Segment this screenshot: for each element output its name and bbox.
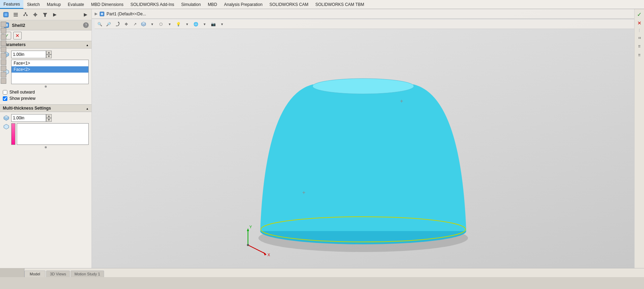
left-side-btn-4[interactable] (1, 40, 6, 46)
thickness-up-btn[interactable]: ▲ (46, 51, 52, 54)
panel-arrow-icon[interactable]: ▶ (81, 10, 90, 19)
right-accept-button[interactable]: ✓ (636, 10, 643, 18)
feature-panel: Shell2 ? ✓ ✕ Parameters (0, 20, 92, 268)
parameters-collapse-icon (86, 42, 89, 47)
menu-markup[interactable]: Markup (43, 0, 64, 9)
vp-zoom-icon[interactable]: 🔎 (105, 20, 112, 28)
menu-sketch[interactable]: Sketch (23, 0, 43, 9)
svg-point-33 (247, 244, 249, 246)
left-side-btn-2[interactable] (1, 28, 6, 34)
tab-3d-views[interactable]: 3D Views (46, 271, 70, 277)
menu-solidworks-cam[interactable]: SOLIDWORKS CAM (266, 0, 312, 9)
vp-arrow-icon[interactable]: ↗ (131, 20, 139, 28)
cancel-button[interactable]: ✕ (13, 32, 22, 39)
thickness-input[interactable]: 1.00in (11, 51, 46, 58)
multi-thickness-section-content: 1.00in ▲ ▼ (0, 112, 92, 151)
accept-cancel-row: ✓ ✕ (0, 30, 92, 41)
left-side-btn-1[interactable] (1, 22, 6, 27)
thickness-spinner-buttons[interactable]: ▲ ▼ (46, 51, 52, 58)
menu-analysis-preparation[interactable]: Analysis Preparation (221, 0, 266, 9)
vp-down4-icon[interactable]: ▾ (201, 20, 208, 28)
svg-marker-21 (4, 124, 9, 129)
left-side-btn-5[interactable] (1, 47, 6, 52)
model-svg: + + Y X (224, 41, 503, 257)
panel-header: Shell2 ? (0, 20, 92, 30)
model-area: + + Y X (92, 30, 634, 268)
face-item-2[interactable]: Face<2> (12, 66, 88, 73)
viewport[interactable]: ▶ Part1 (Default<<De... 🔍 🔎 ✥ ↗ (92, 9, 634, 268)
show-preview-checkbox[interactable] (3, 96, 7, 101)
menu-features[interactable]: Features (0, 0, 23, 9)
multi-thickness-face-cube-icon (3, 123, 10, 130)
left-side-btn-8[interactable] (1, 66, 6, 71)
multi-thickness-spinner-buttons[interactable]: ▲ ▼ (46, 114, 52, 122)
menu-solidworks-cam-tbm[interactable]: SOLIDWORKS CAM TBM (312, 0, 368, 9)
vp-search-icon[interactable]: 🔍 (96, 20, 104, 28)
bottom-left-area (0, 268, 24, 277)
thickness-down-btn[interactable]: ▼ (46, 54, 52, 58)
svg-line-30 (248, 245, 265, 254)
viewport-toolbar: 🔍 🔎 ✥ ↗ ▾ ⬡ ▾ 💡 ▾ 🌐 ▾ (95, 20, 634, 29)
vp-rotate-icon[interactable] (114, 20, 121, 28)
svg-rect-23 (101, 13, 103, 15)
crosshair-icon[interactable] (31, 10, 40, 19)
thickness-spinner[interactable]: 1.00in ▲ ▼ (11, 51, 52, 58)
vp-down5-icon[interactable]: ▾ (218, 20, 226, 28)
vp-display-icon[interactable]: ⬡ (157, 20, 165, 28)
thickness-input-row: 1.00in ▲ ▼ (3, 51, 89, 58)
multi-thickness-section-header[interactable]: Multi-thickness Settings (0, 104, 92, 112)
multi-thickness-spinner[interactable]: 1.00in ▲ ▼ (11, 114, 52, 122)
right-btn-5[interactable]: ⠿ (636, 51, 643, 59)
vp-down3-icon[interactable]: ▾ (183, 20, 191, 28)
menu-mbd-dimensions[interactable]: MBD Dimensions (88, 0, 127, 9)
multi-thickness-title: Multi-thickness Settings (3, 106, 51, 111)
vp-scene-icon[interactable]: 🌐 (192, 20, 200, 28)
right-btn-3[interactable]: ⠿ (636, 34, 643, 42)
right-btn-4[interactable]: ⠿ (636, 43, 643, 50)
vp-down2-icon[interactable]: ▾ (166, 20, 174, 28)
face-list[interactable]: Face<1> Face<2> (11, 60, 89, 84)
arrow-icon[interactable]: ▶ (50, 10, 59, 19)
parameters-section-header[interactable]: Parameters (0, 41, 92, 49)
tab-model[interactable]: Model (24, 271, 45, 277)
multi-thickness-down-btn[interactable]: ▼ (46, 118, 52, 122)
vp-camera-icon[interactable]: 📷 (210, 20, 217, 28)
tab-motion-study[interactable]: Motion Study 1 (71, 271, 104, 277)
left-side-btn-10[interactable] (1, 78, 6, 84)
model-top-ellipse (313, 79, 414, 94)
multi-thickness-input[interactable]: 1.00in (11, 114, 46, 122)
vp-cube-icon[interactable] (140, 20, 147, 28)
multi-thickness-list[interactable] (17, 123, 89, 145)
list-icon[interactable] (11, 10, 20, 19)
svg-marker-31 (263, 252, 266, 255)
viewport-header: ▶ Part1 (Default<<De... (92, 9, 634, 19)
svg-line-9 (25, 14, 27, 15)
vp-down1-icon[interactable]: ▾ (148, 20, 156, 28)
right-panel: ✓ ✕ ⠿ ⠿ ⠿ (634, 9, 644, 268)
multi-thickness-up-btn[interactable]: ▲ (46, 114, 52, 118)
menu-mbd[interactable]: MBD (204, 0, 221, 9)
menu-simulation[interactable]: Simulation (178, 0, 204, 9)
menu-bar: Features Sketch Markup Evaluate MBD Dime… (0, 0, 644, 9)
multi-thickness-list-row (3, 123, 89, 145)
left-side-btn-6[interactable] (1, 53, 6, 59)
shell-outward-row: Shell outward (3, 90, 89, 95)
multi-thickness-color-bar (11, 123, 15, 145)
vp-pan-icon[interactable]: ✥ (122, 20, 130, 28)
face-item-1[interactable]: Face<1> (12, 60, 88, 66)
feature-icon[interactable] (1, 10, 10, 19)
filter-icon[interactable] (41, 10, 50, 19)
shell-outward-checkbox[interactable] (3, 90, 7, 95)
tree-icon[interactable] (21, 10, 30, 19)
parameters-section-content: 1.00in ▲ ▼ (0, 49, 92, 104)
right-separator (639, 29, 639, 32)
menu-solidworks-addins[interactable]: SOLIDWORKS Add-Ins (127, 0, 177, 9)
right-cancel-button[interactable]: ✕ (636, 19, 643, 27)
shell-outward-label: Shell outward (9, 90, 35, 95)
left-side-btn-3[interactable] (1, 34, 6, 40)
help-icon[interactable]: ? (83, 22, 89, 28)
vp-light-icon[interactable]: 💡 (175, 20, 182, 28)
left-side-btn-9[interactable] (1, 72, 6, 77)
menu-evaluate[interactable]: Evaluate (64, 0, 88, 9)
left-side-btn-7[interactable] (1, 59, 6, 65)
